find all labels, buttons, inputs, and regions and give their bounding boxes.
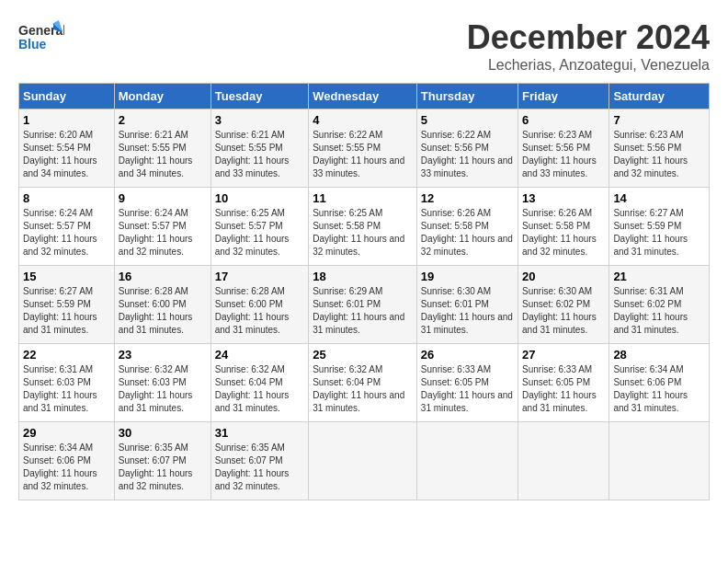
daylight-label: Daylight: 11 hours and 34 minutes. bbox=[119, 155, 193, 178]
day-number: 10 bbox=[215, 191, 304, 205]
sunrise-label: Sunrise: 6:32 AM bbox=[215, 364, 285, 374]
daylight-label: Daylight: 11 hours and 33 minutes. bbox=[522, 155, 597, 178]
sunrise-label: Sunrise: 6:33 AM bbox=[522, 364, 592, 374]
day-info: Sunrise: 6:27 AM Sunset: 5:59 PM Dayligh… bbox=[613, 207, 705, 259]
calendar-cell: 28 Sunrise: 6:34 AM Sunset: 6:06 PM Dayl… bbox=[609, 344, 710, 422]
title-area: December 2024 Lecherias, Anzoategui, Ven… bbox=[467, 18, 710, 74]
logo: General Blue bbox=[18, 18, 64, 63]
calendar-cell: 15 Sunrise: 6:27 AM Sunset: 5:59 PM Dayl… bbox=[19, 266, 115, 344]
sunrise-label: Sunrise: 6:32 AM bbox=[119, 364, 188, 374]
calendar-week-5: 29 Sunrise: 6:34 AM Sunset: 6:06 PM Dayl… bbox=[19, 422, 710, 500]
daylight-label: Daylight: 11 hours and 32 minutes. bbox=[23, 234, 97, 257]
sunset-label: Sunset: 5:55 PM bbox=[215, 143, 283, 153]
daylight-label: Daylight: 11 hours and 31 minutes. bbox=[313, 390, 404, 413]
calendar-week-3: 15 Sunrise: 6:27 AM Sunset: 5:59 PM Dayl… bbox=[19, 266, 710, 344]
daylight-label: Daylight: 11 hours and 32 minutes. bbox=[313, 234, 404, 257]
calendar-cell: 1 Sunrise: 6:20 AM Sunset: 5:54 PM Dayli… bbox=[19, 109, 115, 188]
sunrise-label: Sunrise: 6:31 AM bbox=[23, 364, 93, 374]
calendar-cell: 23 Sunrise: 6:32 AM Sunset: 6:03 PM Dayl… bbox=[114, 344, 210, 422]
daylight-label: Daylight: 11 hours and 31 minutes. bbox=[215, 312, 290, 335]
sunset-label: Sunset: 5:58 PM bbox=[522, 221, 590, 231]
daylight-label: Daylight: 11 hours and 31 minutes. bbox=[522, 312, 597, 335]
day-number: 4 bbox=[313, 113, 413, 127]
day-info: Sunrise: 6:26 AM Sunset: 5:58 PM Dayligh… bbox=[421, 207, 514, 259]
daylight-label: Daylight: 11 hours and 32 minutes. bbox=[215, 468, 290, 491]
sunrise-label: Sunrise: 6:27 AM bbox=[613, 208, 683, 218]
daylight-label: Daylight: 11 hours and 33 minutes. bbox=[313, 155, 404, 178]
sunrise-label: Sunrise: 6:27 AM bbox=[23, 286, 93, 296]
day-info: Sunrise: 6:21 AM Sunset: 5:55 PM Dayligh… bbox=[119, 129, 207, 180]
day-info: Sunrise: 6:28 AM Sunset: 6:00 PM Dayligh… bbox=[119, 285, 207, 337]
sunset-label: Sunset: 5:56 PM bbox=[522, 143, 590, 153]
sunset-label: Sunset: 6:00 PM bbox=[119, 299, 187, 309]
day-info: Sunrise: 6:23 AM Sunset: 5:56 PM Dayligh… bbox=[522, 129, 605, 180]
logo-icon: General Blue bbox=[18, 18, 64, 63]
calendar-cell: 8 Sunrise: 6:24 AM Sunset: 5:57 PM Dayli… bbox=[19, 188, 115, 266]
day-number: 9 bbox=[119, 191, 207, 205]
day-number: 16 bbox=[119, 270, 207, 283]
sunset-label: Sunset: 6:01 PM bbox=[421, 299, 489, 309]
sunrise-label: Sunrise: 6:23 AM bbox=[613, 130, 683, 140]
sunset-label: Sunset: 6:05 PM bbox=[421, 377, 489, 387]
day-number: 22 bbox=[23, 348, 110, 362]
day-number: 18 bbox=[313, 270, 413, 283]
daylight-label: Daylight: 11 hours and 32 minutes. bbox=[421, 234, 513, 257]
day-number: 8 bbox=[23, 191, 110, 205]
daylight-label: Daylight: 11 hours and 34 minutes. bbox=[23, 155, 97, 178]
day-info: Sunrise: 6:28 AM Sunset: 6:00 PM Dayligh… bbox=[215, 285, 304, 337]
sunset-label: Sunset: 6:05 PM bbox=[522, 377, 590, 387]
sunrise-label: Sunrise: 6:33 AM bbox=[421, 364, 491, 374]
daylight-label: Daylight: 11 hours and 31 minutes. bbox=[613, 312, 688, 335]
sunrise-label: Sunrise: 6:30 AM bbox=[421, 286, 491, 296]
day-number: 17 bbox=[215, 270, 304, 283]
calendar-cell: 21 Sunrise: 6:31 AM Sunset: 6:02 PM Dayl… bbox=[609, 266, 710, 344]
calendar-cell: 30 Sunrise: 6:35 AM Sunset: 6:07 PM Dayl… bbox=[114, 422, 210, 500]
daylight-label: Daylight: 11 hours and 32 minutes. bbox=[23, 468, 97, 491]
sunset-label: Sunset: 6:01 PM bbox=[313, 299, 381, 309]
calendar-cell: 31 Sunrise: 6:35 AM Sunset: 6:07 PM Dayl… bbox=[210, 422, 308, 500]
sunrise-label: Sunrise: 6:29 AM bbox=[313, 286, 382, 296]
calendar-table: SundayMondayTuesdayWednesdayThursdayFrid… bbox=[18, 83, 710, 500]
calendar-cell: 20 Sunrise: 6:30 AM Sunset: 6:02 PM Dayl… bbox=[518, 266, 609, 344]
calendar-cell: 4 Sunrise: 6:22 AM Sunset: 5:55 PM Dayli… bbox=[309, 109, 417, 188]
sunset-label: Sunset: 6:00 PM bbox=[215, 299, 283, 309]
calendar-header-row: SundayMondayTuesdayWednesdayThursdayFrid… bbox=[19, 84, 710, 109]
sunset-label: Sunset: 5:58 PM bbox=[313, 221, 381, 231]
daylight-label: Daylight: 11 hours and 31 minutes. bbox=[313, 312, 404, 335]
sunrise-label: Sunrise: 6:20 AM bbox=[23, 130, 93, 140]
sunset-label: Sunset: 6:07 PM bbox=[215, 455, 283, 465]
sunrise-label: Sunrise: 6:21 AM bbox=[215, 130, 285, 140]
sunset-label: Sunset: 5:57 PM bbox=[215, 221, 283, 231]
day-number: 30 bbox=[119, 426, 207, 440]
calendar-cell: 14 Sunrise: 6:27 AM Sunset: 5:59 PM Dayl… bbox=[609, 188, 710, 266]
sunset-label: Sunset: 5:57 PM bbox=[23, 221, 91, 231]
calendar-cell bbox=[416, 422, 518, 500]
sunset-label: Sunset: 6:06 PM bbox=[23, 455, 91, 465]
sunset-label: Sunset: 5:59 PM bbox=[23, 299, 91, 309]
day-number: 29 bbox=[23, 426, 110, 440]
day-number: 13 bbox=[522, 191, 605, 205]
sunrise-label: Sunrise: 6:34 AM bbox=[613, 364, 683, 374]
day-number: 12 bbox=[421, 191, 514, 205]
daylight-label: Daylight: 11 hours and 31 minutes. bbox=[613, 390, 688, 413]
daylight-label: Daylight: 11 hours and 31 minutes. bbox=[215, 390, 290, 413]
day-number: 1 bbox=[23, 113, 110, 127]
day-info: Sunrise: 6:34 AM Sunset: 6:06 PM Dayligh… bbox=[613, 363, 705, 415]
daylight-label: Daylight: 11 hours and 32 minutes. bbox=[215, 234, 290, 257]
calendar-cell: 2 Sunrise: 6:21 AM Sunset: 5:55 PM Dayli… bbox=[114, 109, 210, 188]
day-number: 23 bbox=[119, 348, 207, 362]
day-info: Sunrise: 6:22 AM Sunset: 5:55 PM Dayligh… bbox=[313, 129, 413, 180]
day-info: Sunrise: 6:31 AM Sunset: 6:03 PM Dayligh… bbox=[23, 363, 110, 415]
daylight-label: Daylight: 11 hours and 32 minutes. bbox=[119, 234, 193, 257]
sunrise-label: Sunrise: 6:22 AM bbox=[313, 130, 382, 140]
calendar-cell: 13 Sunrise: 6:26 AM Sunset: 5:58 PM Dayl… bbox=[518, 188, 609, 266]
calendar-cell: 3 Sunrise: 6:21 AM Sunset: 5:55 PM Dayli… bbox=[210, 109, 308, 188]
day-info: Sunrise: 6:23 AM Sunset: 5:56 PM Dayligh… bbox=[613, 129, 705, 180]
sunset-label: Sunset: 5:54 PM bbox=[23, 143, 91, 153]
calendar-cell: 24 Sunrise: 6:32 AM Sunset: 6:04 PM Dayl… bbox=[210, 344, 308, 422]
day-number: 27 bbox=[522, 348, 605, 362]
daylight-label: Daylight: 11 hours and 32 minutes. bbox=[522, 234, 597, 257]
sunrise-label: Sunrise: 6:26 AM bbox=[421, 208, 491, 218]
sunset-label: Sunset: 6:06 PM bbox=[613, 377, 681, 387]
day-info: Sunrise: 6:29 AM Sunset: 6:01 PM Dayligh… bbox=[313, 285, 413, 337]
